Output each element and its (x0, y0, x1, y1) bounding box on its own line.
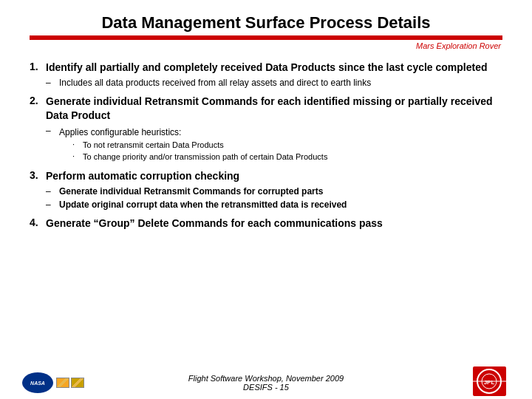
bullet-icon-2-1-1: · (72, 140, 83, 149)
item-number-4: 4. (30, 216, 46, 228)
slide: Data Management Surface Process Details … (0, 0, 532, 399)
bullet-item-2-1-1: · To not retransmit certain Data Product… (72, 140, 327, 151)
subitem-3-2: – Update original corrupt data when the … (46, 199, 502, 211)
list-item-4: 4. Generate “Group” Delete Commands for … (30, 216, 502, 231)
bullet-text-2-1-1: To not retransmit certain Data Products (83, 140, 224, 151)
footer-line2: DESIFS - 15 (188, 383, 344, 392)
subitem-text-3-1: Generate individual Retransmit Commands … (59, 185, 323, 197)
right-logo-svg: JPL (469, 363, 510, 399)
panel-left (56, 378, 69, 388)
footer-center: Flight Software Workshop, November 2009 … (188, 374, 344, 392)
content-area: 1. Identify all partially and completely… (0, 56, 532, 231)
nasa-logo (22, 372, 53, 393)
svg-text:JPL: JPL (484, 379, 495, 386)
header: Data Management Surface Process Details … (0, 0, 532, 50)
bullet-text-2-1-2: To change priority and/or transmission p… (83, 151, 327, 163)
item-number-2: 2. (30, 95, 46, 106)
subitem-text-2-1: Applies configurable heuristics: (59, 127, 181, 137)
subitem-text-1-1: Includes all data products received from… (59, 77, 371, 89)
bullet-list-2-1: · To not retransmit certain Data Product… (72, 140, 327, 163)
item-text-2: Generate individual Retransmit Commands … (46, 95, 502, 123)
footer-right-logo: JPL (469, 363, 510, 399)
bullet-icon-2-1-2: · (72, 151, 83, 160)
dash-icon-2-1: – (46, 126, 59, 136)
item-number-3: 3. (30, 169, 46, 181)
dash-icon-3-2: – (46, 200, 59, 210)
slide-title: Data Management Surface Process Details (30, 13, 502, 33)
item-text-4: Generate “Group” Delete Commands for eac… (46, 216, 383, 231)
nasa-logo-area (22, 372, 84, 393)
bullet-item-2-1-2: · To change priority and/or transmission… (72, 151, 327, 163)
panel-right (71, 378, 84, 388)
subitem-2-1: – Applies configurable heuristics: · To … (46, 125, 502, 163)
footer: Flight Software Workshop, November 2009 … (0, 374, 532, 392)
red-divider (30, 35, 502, 40)
footer-line1: Flight Software Workshop, November 2009 (188, 374, 344, 383)
item-text-3: Perform automatic corruption checking (46, 169, 239, 183)
subitem-3-1: – Generate individual Retransmit Command… (46, 185, 502, 197)
list-item-3: 3. Perform automatic corruption checking… (30, 169, 502, 211)
subitem-1-1: – Includes all data products received fr… (46, 77, 502, 89)
subitem-text-3-2: Update original corrupt data when the re… (59, 199, 347, 211)
list-item-2: 2. Generate individual Retransmit Comman… (30, 95, 502, 163)
item-number-1: 1. (30, 61, 46, 72)
item-text-1: Identify all partially and completely re… (46, 61, 488, 75)
rover-panels (56, 378, 84, 388)
dash-icon-1-1: – (46, 78, 59, 88)
dash-icon-3-1: – (46, 186, 59, 197)
slide-subtitle: Mars Exploration Rover (30, 41, 502, 50)
list-item-1: 1. Identify all partially and completely… (30, 61, 502, 89)
